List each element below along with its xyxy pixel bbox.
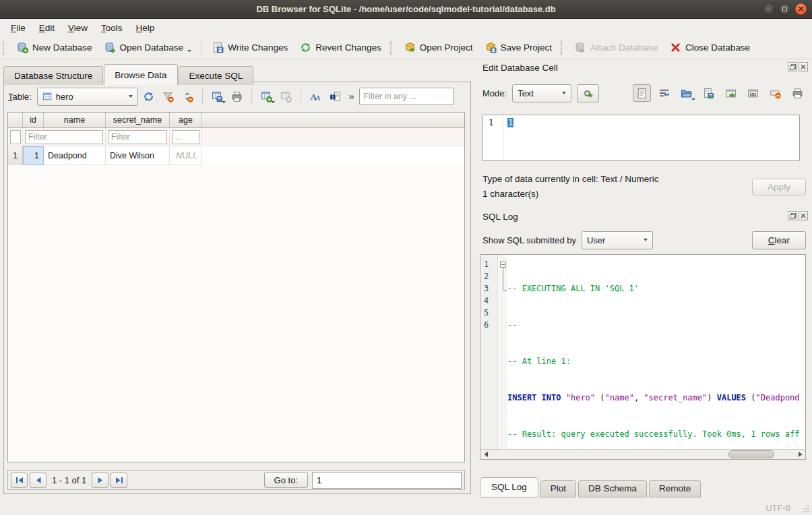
filter-age-input[interactable] <box>172 130 199 144</box>
mode-label: Mode: <box>482 88 507 98</box>
clear-log-button[interactable]: Clear <box>752 231 806 249</box>
open-database-caret-icon[interactable] <box>187 50 191 52</box>
dock-tab-plot[interactable]: Plot <box>540 480 576 497</box>
open-in-external-button[interactable] <box>722 84 740 102</box>
maximize-button[interactable] <box>778 3 791 16</box>
cell-age[interactable]: NULL <box>170 146 202 165</box>
save-project-button[interactable]: Save Project <box>479 39 559 56</box>
auto-switch-mode-button[interactable] <box>577 84 599 102</box>
sql-log-editor[interactable]: 1 2 3 4 5 6 − -- EXECUTING ALL IN 'SQL 1… <box>480 254 806 460</box>
cell-editor-gutter: 1 <box>483 115 503 160</box>
new-database-label: New Database <box>32 42 92 53</box>
tab-browse-data[interactable]: Browse Data <box>104 64 177 85</box>
import-file-icon <box>681 88 692 99</box>
resize-grip-icon[interactable] <box>802 505 809 512</box>
clear-filters-button[interactable] <box>159 88 177 105</box>
table-select[interactable]: hero <box>37 88 138 106</box>
encoding-indicator[interactable]: UTF-8 <box>766 503 790 513</box>
fold-marker-icon[interactable]: − <box>500 262 506 268</box>
cell-editor[interactable]: 1 1 <box>482 115 800 161</box>
insert-record-button[interactable] <box>257 88 276 105</box>
write-changes-button[interactable]: Write Changes <box>206 39 294 56</box>
toolbar-handle[interactable] <box>561 41 565 55</box>
dock-tab-remote[interactable]: Remote <box>649 480 701 497</box>
toolbar-separator <box>301 89 301 104</box>
sql-comment: -- <box>507 320 517 330</box>
new-database-button[interactable]: New Database <box>11 39 98 56</box>
word-wrap-button[interactable] <box>655 84 673 102</box>
save-table-icon <box>212 91 223 102</box>
goto-button[interactable]: Go to: <box>264 472 308 488</box>
dock-close-button[interactable] <box>799 62 808 71</box>
cell-secret-name[interactable]: Dive Wilson <box>106 146 170 165</box>
first-page-button[interactable] <box>11 473 28 488</box>
titlebar[interactable]: DB Browser for SQLite - /home/user/code/… <box>0 0 812 19</box>
filter-secret-name-input[interactable] <box>108 130 167 144</box>
text-mode-button[interactable] <box>633 84 651 102</box>
save-table-button[interactable] <box>208 88 226 105</box>
column-header-secret-name[interactable]: secret_name <box>106 113 170 128</box>
menu-help[interactable]: Help <box>129 20 162 36</box>
filter-name-input[interactable] <box>25 130 103 144</box>
window-controls: − ✕ <box>762 3 807 16</box>
menu-edit[interactable]: Edit <box>32 20 61 36</box>
close-database-icon <box>670 42 681 53</box>
dock-tab-sql-log[interactable]: SQL Log <box>480 477 538 497</box>
dock-close-button[interactable] <box>799 211 808 220</box>
toolbar-handle[interactable] <box>390 41 394 55</box>
minimize-button[interactable]: − <box>762 3 775 16</box>
sql-log-dock-title: SQL Log <box>482 212 518 222</box>
sql-comment: -- At line 1: <box>507 357 571 366</box>
font-settings-button[interactable]: AA <box>307 88 325 105</box>
find-in-table-button[interactable] <box>326 88 344 105</box>
save-project-icon <box>485 42 497 53</box>
mode-select[interactable]: Text <box>512 84 571 102</box>
menu-file[interactable]: File <box>4 20 32 36</box>
show-sql-select[interactable]: User <box>582 231 653 249</box>
tab-database-structure[interactable]: Database Structure <box>3 66 103 85</box>
open-database-button[interactable]: Open Database <box>98 39 198 56</box>
open-database-label: Open Database <box>120 42 184 53</box>
print-icon <box>792 88 803 99</box>
scrollbar-thumb[interactable] <box>728 450 774 458</box>
close-database-button[interactable]: Close Database <box>664 39 756 56</box>
table-select-caret-icon <box>129 95 133 98</box>
export-cell-data-button[interactable] <box>699 84 718 102</box>
previous-page-button[interactable] <box>30 473 46 488</box>
next-page-button[interactable] <box>92 473 108 488</box>
menu-view[interactable]: View <box>61 20 94 36</box>
filter-any-column-input[interactable] <box>359 88 454 105</box>
clear-sorting-button[interactable] <box>179 88 197 105</box>
set-null-button[interactable] <box>766 84 784 102</box>
cell-id[interactable]: 1 <box>23 146 44 165</box>
column-header-id[interactable]: id <box>23 113 44 128</box>
dock-float-button[interactable] <box>788 62 797 71</box>
tab-execute-sql[interactable]: Execute SQL <box>179 66 254 85</box>
print-table-button[interactable] <box>228 88 246 105</box>
column-header-name[interactable]: name <box>44 113 106 128</box>
next-page-icon <box>97 477 104 484</box>
row-header[interactable]: 1 <box>8 146 23 165</box>
menu-tools[interactable]: Tools <box>94 20 129 36</box>
toolbar-overflow-chevron[interactable]: » <box>346 91 358 102</box>
last-page-button[interactable] <box>111 473 127 488</box>
open-project-button[interactable]: Open Project <box>398 39 479 56</box>
toolbar-handle[interactable] <box>3 41 7 55</box>
horizontal-scrollbar[interactable] <box>480 449 805 459</box>
filter-id-input[interactable] <box>10 130 21 144</box>
close-icon: ✕ <box>798 5 804 13</box>
revert-changes-button[interactable]: Revert Changes <box>294 39 387 56</box>
dock-tab-db-schema[interactable]: DB Schema <box>578 480 647 497</box>
link-data-button[interactable] <box>744 84 762 102</box>
cell-name[interactable]: Deadpond <box>44 146 106 165</box>
import-cell-data-button[interactable] <box>677 84 695 102</box>
scroll-left-icon[interactable] <box>480 450 491 459</box>
close-button[interactable]: ✕ <box>794 3 807 16</box>
dock-float-button[interactable] <box>788 211 797 220</box>
goto-page-input[interactable] <box>312 472 462 489</box>
cell-editor-content[interactable]: 1 <box>507 118 513 127</box>
column-header-age[interactable]: age <box>170 113 202 128</box>
print-cell-button[interactable] <box>788 84 807 102</box>
scroll-right-icon[interactable] <box>794 450 805 459</box>
refresh-button[interactable] <box>139 88 158 105</box>
